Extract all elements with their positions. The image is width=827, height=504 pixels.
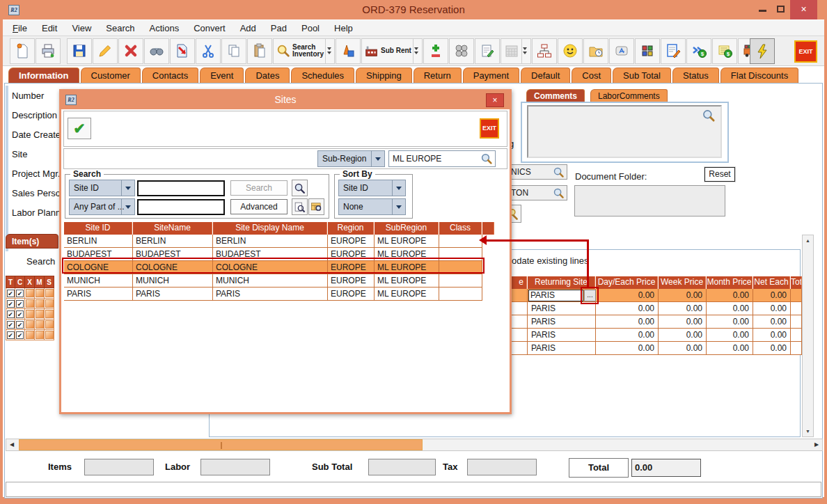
folder-history-button[interactable]	[583, 38, 608, 64]
sites-col-class[interactable]: Class	[439, 222, 482, 235]
notes-button[interactable]	[475, 38, 500, 64]
flag-cell[interactable]	[25, 309, 35, 320]
comments-textarea[interactable]	[527, 105, 722, 158]
tab-contacts[interactable]: Contacts	[142, 68, 198, 83]
checkbox-checked[interactable]: ✔	[15, 288, 25, 299]
inventory-blocks-button[interactable]	[635, 38, 660, 64]
flag-cell[interactable]	[35, 288, 45, 299]
tab-cost[interactable]: Cost	[572, 68, 611, 83]
sub-rent-dropdown[interactable]	[413, 39, 420, 63]
calendar-dropdown[interactable]	[521, 39, 528, 63]
keyboard-button[interactable]	[609, 38, 634, 64]
menu-pad[interactable]: Pad	[271, 23, 287, 33]
search-icon[interactable]	[480, 152, 493, 170]
scroll-down-icon[interactable]: ▼	[803, 426, 813, 436]
col-net-each[interactable]: Net Each	[753, 276, 790, 289]
sites-col-site-id[interactable]: Site ID	[64, 222, 132, 235]
advanced-search-button[interactable]: Advanced	[230, 199, 288, 214]
sort-secondary-dropdown[interactable]: None	[338, 198, 406, 215]
search-field-dropdown[interactable]: Site ID	[69, 180, 135, 196]
tab-payment[interactable]: Payment	[463, 68, 519, 83]
toolbar-exit-button[interactable]: EXIT	[794, 40, 817, 63]
search-value-input[interactable]	[137, 180, 225, 196]
menu-file[interactable]: File	[13, 23, 27, 33]
org-chart-button[interactable]	[532, 38, 557, 64]
add-remove-button[interactable]	[423, 38, 448, 64]
tab-items[interactable]: Item(s)	[6, 234, 58, 249]
tab-status[interactable]: Status	[672, 68, 719, 83]
search-button[interactable]: Search	[230, 180, 288, 196]
money-note-button[interactable]: $	[712, 38, 737, 64]
scroll-right-icon[interactable]: ▶	[811, 439, 822, 450]
accept-selection-button[interactable]: ✔	[68, 118, 91, 139]
scrollbar-thumb[interactable]	[19, 439, 423, 450]
advanced-find-icon-button[interactable]	[292, 198, 308, 215]
sites-dialog-close-button[interactable]: ×	[486, 93, 504, 107]
menu-search[interactable]: Search	[106, 23, 134, 33]
menu-help[interactable]: Help	[334, 23, 353, 33]
sub-rent-button[interactable]: Sub Rent	[361, 38, 423, 64]
flag-cell[interactable]	[35, 330, 45, 340]
menu-add[interactable]: Add	[240, 23, 256, 33]
search-inventory-button[interactable]: SearchInventory	[273, 38, 335, 64]
search-match-dropdown[interactable]: Any Part of ...	[69, 198, 135, 215]
flag-cell[interactable]	[25, 330, 35, 340]
flag-cell[interactable]	[45, 288, 54, 299]
tab-customer[interactable]: Customer	[81, 68, 141, 83]
cut-button[interactable]	[196, 38, 221, 64]
tab-default[interactable]: Default	[521, 68, 570, 83]
col-total-fragment[interactable]: Tot	[791, 276, 802, 289]
menu-pool[interactable]: Pool	[301, 23, 320, 33]
sort-primary-dropdown[interactable]: Site ID	[338, 180, 406, 196]
table-find-icon-button[interactable]	[308, 198, 324, 215]
save-button[interactable]	[67, 38, 92, 64]
checkbox-checked[interactable]: ✔	[15, 299, 25, 309]
comments-search-icon[interactable]	[702, 109, 716, 125]
maximize-button[interactable]	[777, 6, 785, 13]
document-folder-box[interactable]	[574, 185, 725, 216]
tab-shipping[interactable]: Shipping	[356, 68, 412, 83]
copy-button[interactable]	[221, 38, 246, 64]
flag-cell[interactable]	[35, 299, 45, 309]
tab-labor-comments[interactable]: LaborComments	[590, 89, 668, 102]
tab-flat-discounts[interactable]: Flat Discounts	[720, 68, 798, 83]
checkbox-checked[interactable]: ✔	[6, 288, 15, 299]
search-icon[interactable]	[553, 166, 565, 180]
shapes-button[interactable]	[336, 38, 361, 64]
sites-col-site-name[interactable]: SiteName	[133, 222, 212, 235]
menu-convert[interactable]: Convert	[194, 23, 226, 33]
flag-cell[interactable]	[45, 299, 54, 309]
tab-schedules[interactable]: Schedules	[291, 68, 354, 83]
checkbox-checked[interactable]: ✔	[15, 309, 25, 320]
flag-cell[interactable]	[45, 320, 54, 330]
tab-return[interactable]: Return	[414, 68, 462, 83]
edit-button[interactable]	[93, 38, 118, 64]
checkbox-checked[interactable]: ✔	[6, 299, 15, 309]
reset-button[interactable]: Reset	[704, 167, 735, 182]
menu-edit[interactable]: Edit	[42, 23, 57, 33]
delete-button[interactable]	[118, 38, 143, 64]
checkbox-checked[interactable]: ✔	[6, 309, 15, 320]
flag-cell[interactable]	[45, 309, 54, 320]
col-day-each-price[interactable]: Day/Each Price	[596, 276, 658, 289]
edit-document-button[interactable]	[661, 38, 686, 64]
tab-information[interactable]: Information	[8, 68, 79, 83]
filter-value-field[interactable]: ML EUROPE	[388, 150, 496, 167]
customer-smiley-button[interactable]	[558, 38, 583, 64]
close-button[interactable]: ×	[790, 0, 817, 19]
vertical-scrollbar[interactable]: ▲ ▼	[802, 235, 814, 437]
find-button[interactable]	[144, 38, 169, 64]
returning-site-editor[interactable]: PARIS	[528, 290, 583, 301]
col-week-price[interactable]: Week Price	[659, 276, 706, 289]
flag-cell[interactable]	[35, 320, 45, 330]
quote-lightning-button[interactable]	[750, 38, 775, 64]
filter-field-dropdown[interactable]: Sub-Region	[317, 150, 385, 167]
search-lookup-button[interactable]	[292, 180, 308, 196]
tab-comments[interactable]: Comments	[526, 89, 585, 102]
col-month-price[interactable]: Month Price	[707, 276, 753, 289]
group-query-button[interactable]	[449, 38, 474, 64]
flag-cell[interactable]	[35, 309, 45, 320]
flag-cell[interactable]	[25, 320, 35, 330]
flag-cell[interactable]	[25, 299, 35, 309]
menu-actions[interactable]: Actions	[150, 23, 180, 33]
